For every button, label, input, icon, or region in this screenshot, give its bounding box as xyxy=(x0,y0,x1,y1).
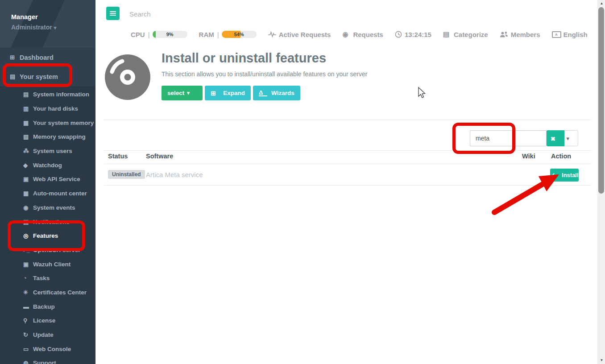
scrollbar-thumb[interactable] xyxy=(598,7,604,194)
categorize-book-icon: ▤ xyxy=(443,30,452,38)
sidebar-submenu: ▤System information ▥Your hard disks ▦Yo… xyxy=(0,86,95,364)
sidebar-item-update[interactable]: ↻Update xyxy=(0,328,95,342)
sidebar-item-backup[interactable]: ▬Backup xyxy=(0,299,95,314)
api-icon: ▣ xyxy=(23,176,32,182)
categorize-menu[interactable]: ▤ Categorize xyxy=(443,30,488,38)
separator: | xyxy=(148,31,150,38)
software-name: Artica Meta service xyxy=(146,171,203,178)
sidebar-item-your-system[interactable]: ▤ Your system xyxy=(0,67,95,86)
table-header-border xyxy=(104,164,591,164)
sidebar-item-watchdog[interactable]: ◆Watchdog xyxy=(0,158,95,172)
sidebar-item-auto-mount-center[interactable]: ▦Auto-mount center xyxy=(0,186,95,201)
sidebar-item-label: License xyxy=(33,317,55,324)
sidebar-item-dashboard[interactable]: ⊞ Dashboard xyxy=(0,48,95,67)
sidebar-item-system-events[interactable]: ◉System events xyxy=(0,201,95,215)
sidebar-item-notifications[interactable]: ▤Notifications xyxy=(0,215,95,229)
menu-toggle-button[interactable] xyxy=(106,7,120,20)
page-actions: select▾ ⊞Expand ΔWizards xyxy=(162,86,300,100)
sidebar-item-openssh-server[interactable]: >_OpenSSH server xyxy=(0,243,95,257)
sidebar-item-certificates-center[interactable]: ✳Certificates Center xyxy=(0,285,95,300)
sidebar-item-label: Certificates Center xyxy=(33,289,87,296)
scroll-down-icon[interactable]: ▼ xyxy=(597,357,605,364)
members-menu[interactable]: Members xyxy=(500,31,540,38)
filter-options-dropdown[interactable]: ▾ xyxy=(564,130,578,146)
clock-icon xyxy=(395,31,402,38)
sidebar-item-label: Support xyxy=(33,360,56,364)
requests-menu[interactable]: ◉ Requests xyxy=(342,30,383,38)
sidebar-item-label: Web API Service xyxy=(33,176,80,182)
sidebar-item-label: Dashboard xyxy=(20,54,54,61)
install-button[interactable]: ✓ Install xyxy=(550,169,579,182)
status-bar: CPU | 9% RAM | 54% Active Requests xyxy=(131,28,605,41)
sidebar-item-system-users[interactable]: ⁂System users xyxy=(0,144,95,158)
mount-icon: ▦ xyxy=(23,190,32,197)
install-label: Install xyxy=(562,172,579,178)
active-requests-menu[interactable]: Active Requests xyxy=(268,31,331,38)
sidebar-user-panel: Manager Administrator▾ xyxy=(0,0,95,48)
memory-icon: ▦ xyxy=(23,120,32,126)
sidebar-item-license[interactable]: ⚲License xyxy=(0,314,95,328)
update-icon: ↻ xyxy=(23,331,32,338)
sidebar-item-label: System information xyxy=(33,91,89,98)
sidebar-item-support[interactable]: ◍Support xyxy=(0,356,95,364)
sidebar-item-system-information[interactable]: ▤System information xyxy=(0,87,95,102)
sidebar-item-label: Notifications xyxy=(33,219,70,225)
sidebar-item-your-hard-disks[interactable]: ▥Your hard disks xyxy=(0,102,95,116)
sidebar-item-label: Your system memory xyxy=(33,120,94,126)
eye-icon: ◉ xyxy=(23,204,32,211)
certificate-icon: ✳ xyxy=(23,289,32,296)
users-icon: ⁂ xyxy=(23,148,32,154)
active-requests-label: Active Requests xyxy=(279,31,331,38)
sidebar-item-memory-swapping[interactable]: ▧Memory swapping xyxy=(0,130,95,144)
server-icon: ▤ xyxy=(10,73,18,80)
sidebar-item-label: Your system xyxy=(20,73,58,80)
sidebar-item-tasks[interactable]: ◔Tasks xyxy=(0,271,95,285)
sidebar-item-label: Watchdog xyxy=(33,162,62,169)
sidebar-item-web-api-service[interactable]: ▣Web API Service xyxy=(0,172,95,186)
sidebar-item-label: Tasks xyxy=(33,275,50,281)
feature-filter-input[interactable] xyxy=(470,130,547,146)
server-info-icon: ▤ xyxy=(23,91,32,98)
expand-label: Expand xyxy=(223,90,245,96)
features-page-icon xyxy=(104,54,151,102)
user-role-dropdown[interactable]: Administrator▾ xyxy=(11,24,64,31)
cpu-label: CPU xyxy=(131,31,145,38)
language-menu[interactable]: A English xyxy=(552,31,588,38)
cpu-percent: 9% xyxy=(153,31,187,38)
sidebar-item-your-system-memory[interactable]: ▦Your system memory xyxy=(0,116,95,130)
user-role-label: Administrator xyxy=(11,24,52,31)
categorize-label: Categorize xyxy=(454,31,488,38)
sidebar-item-label: Your hard disks xyxy=(33,105,78,112)
key-icon: ⚲ xyxy=(23,317,32,324)
sidebar-item-wazuh-client[interactable]: ▣Wazuh Client xyxy=(0,257,95,271)
console-icon: ▭ xyxy=(23,346,32,352)
column-header-status: Status xyxy=(108,153,128,160)
table-row-border xyxy=(104,185,591,186)
wizards-label: Wizards xyxy=(271,90,294,96)
global-search-input[interactable] xyxy=(129,8,254,20)
sidebar-item-features[interactable]: ◎Features xyxy=(0,229,95,243)
sidebar-item-label: Web Console xyxy=(33,346,71,352)
scroll-up-icon[interactable]: ▲ xyxy=(597,0,605,7)
sidebar-item-web-console[interactable]: ▭Web Console xyxy=(0,342,95,356)
chevron-down-icon: ▾ xyxy=(567,135,575,142)
members-icon xyxy=(500,31,508,38)
column-header-wiki: Wiki xyxy=(522,153,535,160)
select-label: select xyxy=(167,90,184,96)
close-x-icon: ✖ xyxy=(551,136,559,142)
clock-time: 13:24:15 xyxy=(405,31,431,38)
sidebar-item-label: Memory swapping xyxy=(33,133,86,140)
wazuh-icon: ▣ xyxy=(23,261,32,268)
swap-icon: ▧ xyxy=(23,133,32,140)
sidebar-item-label: Auto-mount center xyxy=(33,190,87,197)
terminal-icon: >_ xyxy=(23,247,32,253)
expand-button[interactable]: ⊞Expand xyxy=(205,86,251,100)
requests-eye-icon: ◉ xyxy=(342,30,351,38)
select-dropdown-button[interactable]: select▾ xyxy=(162,86,203,100)
wizards-button[interactable]: ΔWizards xyxy=(253,86,300,100)
clear-filter-button[interactable]: ✖ xyxy=(547,130,564,146)
sidebar-item-label: Backup xyxy=(33,303,55,310)
members-label: Members xyxy=(511,31,540,38)
column-header-action: Action xyxy=(551,153,571,160)
vertical-scrollbar[interactable]: ▲ ▼ xyxy=(597,0,605,364)
